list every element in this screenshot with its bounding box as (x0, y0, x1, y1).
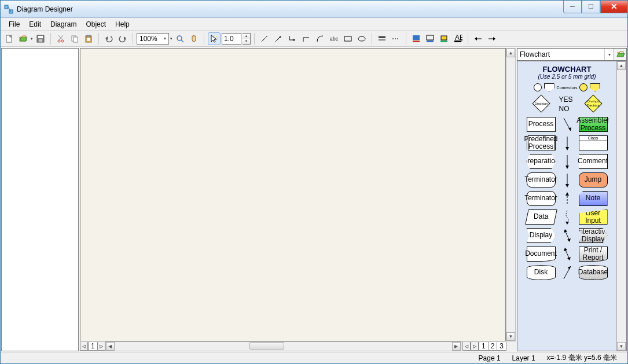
lineweight-input[interactable]: 1.0 (222, 33, 241, 45)
svg-marker-54 (565, 192, 569, 196)
sheet-next-button[interactable]: ▷ (97, 342, 105, 351)
line-tool-button[interactable] (258, 32, 271, 45)
svg-line-20 (181, 40, 183, 42)
menu-diagram[interactable]: Diagram (47, 19, 80, 30)
layer-tab-3[interactable]: 3 (497, 342, 506, 351)
menu-help[interactable]: Help (112, 19, 133, 30)
maximize-button[interactable]: ☐ (582, 1, 600, 13)
shape-oninput-decision[interactable]: On-input Decision (579, 95, 608, 113)
shape-document[interactable]: Document (527, 247, 556, 262)
svg-rect-0 (5, 5, 8, 9)
drawing-canvas[interactable] (80, 48, 506, 341)
arrowstart-button[interactable] (472, 32, 484, 45)
palette-subtitle: (Use 2.5 or 5 mm grid) (519, 73, 615, 83)
shape-database[interactable]: Database (579, 265, 608, 280)
zoom-value: 100% (139, 35, 157, 43)
palette-combo-dropdown[interactable]: ▾ (604, 49, 614, 60)
connectors-label: Connectors (557, 86, 578, 90)
svg-rect-7 (39, 39, 42, 42)
ellipse-tool-button[interactable] (355, 32, 368, 45)
svg-rect-40 (454, 41, 461, 42)
text-tool-button[interactable]: abc (328, 32, 340, 45)
shape-display[interactable]: Display (527, 228, 556, 243)
shape-class[interactable]: Class (579, 135, 608, 150)
palette-browse-button[interactable] (614, 49, 626, 60)
palette-combo[interactable]: Flowchart (517, 49, 604, 60)
svg-rect-34 (413, 41, 420, 42)
new-button[interactable] (3, 32, 16, 45)
close-button[interactable]: ✕ (600, 1, 628, 13)
svg-rect-28 (344, 36, 351, 41)
open-button[interactable] (17, 32, 30, 45)
arrow-tool-button[interactable] (272, 32, 285, 45)
shape-connector-tag[interactable] (544, 83, 554, 91)
shape-decision[interactable]: Decision (527, 95, 556, 113)
linecolor-button[interactable] (424, 32, 436, 45)
palette-vscrollbar[interactable]: ▲▼ (616, 61, 626, 351)
zoom-dropdown[interactable]: ▾ (170, 32, 172, 45)
svg-marker-48 (565, 147, 569, 150)
canvas-vscrollbar[interactable]: ▲▼ (506, 48, 516, 341)
rect-tool-button[interactable] (341, 32, 354, 45)
shape-interactive[interactable]: Interactive Display (579, 228, 608, 243)
select-tool-button[interactable] (208, 32, 221, 45)
pan-tool-button[interactable] (188, 32, 200, 45)
curve-tool-button[interactable] (314, 32, 326, 45)
shape-printreport[interactable]: Print / Report (579, 247, 608, 262)
menu-file[interactable]: File (5, 19, 23, 30)
linestyle-button[interactable] (376, 32, 388, 45)
open-dropdown[interactable]: ▾ (31, 32, 33, 45)
app-icon (4, 5, 13, 14)
svg-point-23 (217, 38, 218, 39)
minimize-button[interactable]: ─ (563, 1, 582, 13)
menu-edit[interactable]: Edit (25, 19, 45, 30)
fillcolor-button[interactable] (410, 32, 423, 45)
textcolor-button[interactable] (438, 32, 450, 45)
palette-title: FLOWCHART (519, 64, 615, 73)
svg-rect-37 (441, 36, 447, 40)
shape-note[interactable]: Note (579, 191, 608, 206)
layer-prev-button[interactable]: ◁ (462, 342, 471, 351)
redo-button[interactable] (116, 32, 129, 45)
zoom-combo[interactable]: 100%▾ (137, 33, 169, 45)
paste-button[interactable] (82, 32, 95, 45)
svg-marker-27 (293, 39, 295, 41)
shape-terminator[interactable]: Terminator (527, 172, 556, 187)
dash-button[interactable] (390, 32, 402, 45)
cut-button[interactable] (54, 32, 67, 45)
shape-userinput[interactable]: User Input (579, 209, 608, 225)
shape-assembler[interactable]: Assembler Process (579, 117, 608, 132)
layer-next-button[interactable]: ▷ (471, 342, 479, 351)
connector1-button[interactable] (286, 32, 299, 45)
connector2-button[interactable] (300, 32, 313, 45)
svg-rect-36 (427, 41, 434, 42)
svg-rect-13 (74, 37, 78, 42)
shape-predefined[interactable]: Predefined Process (527, 135, 556, 150)
zoom-tool-button[interactable] (174, 32, 186, 45)
lineweight-spinner[interactable]: ▲▼ (243, 33, 251, 45)
layer-tab-2[interactable]: 2 (488, 342, 498, 351)
svg-line-10 (59, 35, 63, 40)
shape-process[interactable]: Process (527, 117, 556, 132)
shape-connector-tag-y[interactable] (590, 83, 600, 91)
canvas-hscrollbar[interactable]: ◀▶ (105, 341, 461, 351)
shape-connector-circle-y[interactable] (579, 83, 587, 91)
menu-object[interactable]: Object (82, 19, 109, 30)
save-button[interactable] (34, 32, 47, 45)
sheet-tab-1[interactable]: 1 (88, 342, 98, 351)
status-coords: x=-1.9 毫米 y=5.6 毫米 (541, 353, 623, 363)
shape-disk[interactable]: Disk (527, 265, 556, 280)
shape-data[interactable]: Data (525, 209, 557, 225)
undo-button[interactable] (102, 32, 115, 45)
arrowend-button[interactable] (486, 32, 498, 45)
fontcolor-button[interactable]: AB (451, 32, 464, 45)
layer-tab-1[interactable]: 1 (479, 342, 489, 351)
svg-marker-42 (475, 37, 477, 41)
copy-button[interactable] (68, 32, 81, 45)
shape-jump[interactable]: Jump (579, 172, 608, 187)
shape-comment[interactable]: Comment (579, 154, 608, 169)
sheet-prev-button[interactable]: ◁ (80, 342, 88, 351)
shape-connector-circle[interactable] (534, 83, 542, 91)
shape-terminator2[interactable]: Terminator (527, 191, 556, 206)
shape-preparation[interactable]: Preparation (527, 154, 556, 169)
